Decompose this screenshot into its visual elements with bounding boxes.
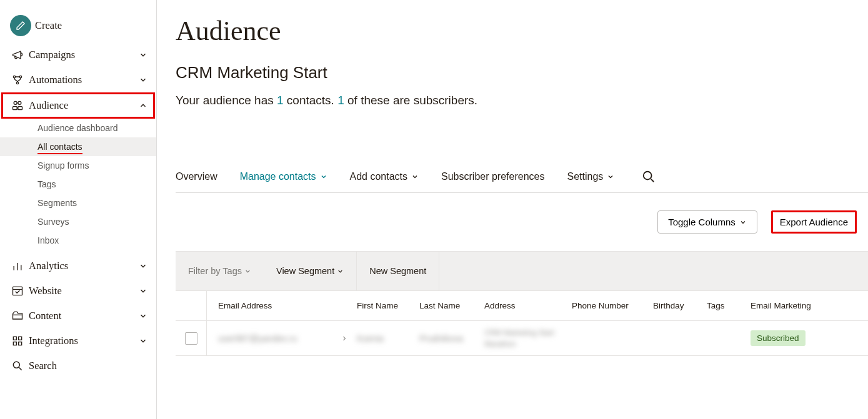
svg-point-0 [13, 76, 15, 77]
sidebar: Create Campaigns Automations Audience Au… [0, 0, 157, 419]
chevron-down-icon [139, 76, 147, 84]
tab-overview[interactable]: Overview [176, 171, 217, 191]
header-phone[interactable]: Phone Number [572, 301, 653, 310]
main-content: Audience CRM Marketing Start Your audien… [157, 0, 868, 419]
search-button[interactable] [642, 170, 656, 192]
svg-point-19 [644, 172, 652, 180]
toolbar: Toggle Columns Export Audience [176, 193, 868, 251]
sidebar-item-label: Campaigns [29, 49, 139, 61]
megaphone-icon [11, 49, 29, 61]
chevron-down-icon [139, 287, 147, 295]
row-checkbox[interactable] [185, 332, 197, 345]
create-button[interactable]: Create [0, 9, 156, 42]
audience-submenu: Audience dashboard All contacts Signup f… [0, 119, 156, 254]
sidebar-subitem-tags[interactable]: Tags [0, 175, 156, 194]
header-email[interactable]: Email Address [207, 301, 357, 310]
chevron-down-icon [139, 51, 147, 59]
svg-point-3 [14, 101, 17, 104]
toggle-columns-button[interactable]: Toggle Columns [657, 210, 757, 234]
pencil-icon [10, 15, 31, 36]
chevron-right-icon [341, 335, 348, 342]
sidebar-item-content[interactable]: Content [0, 303, 156, 328]
chevron-up-icon [139, 101, 147, 110]
table-row[interactable]: user987@yandex.ru Ksenia Prudnikova CRM … [176, 321, 868, 356]
svg-rect-5 [13, 107, 17, 110]
chevron-down-icon [244, 268, 251, 275]
svg-point-1 [19, 76, 21, 77]
contacts-table: Email Address First Name Last Name Addre… [176, 291, 868, 356]
sidebar-item-label: Analytics [29, 260, 139, 272]
svg-point-2 [16, 82, 18, 84]
cell-address: CRM Marketing Start Marathon [484, 328, 554, 348]
subscribers-count: 1 [337, 94, 344, 107]
sidebar-item-campaigns[interactable]: Campaigns [0, 42, 156, 67]
svg-rect-14 [19, 337, 22, 340]
header-birthday[interactable]: Birthday [653, 301, 707, 310]
sidebar-item-label: Content [29, 310, 139, 322]
chevron-down-icon [139, 312, 147, 320]
tab-subscriber-preferences[interactable]: Subscriber preferences [441, 171, 544, 191]
chevron-down-icon [139, 262, 147, 270]
sidebar-item-label: Audience [29, 99, 139, 112]
header-last-name[interactable]: Last Name [419, 301, 484, 310]
status-badge: Subscribed [751, 330, 806, 346]
svg-line-20 [651, 179, 654, 182]
tab-add-contacts[interactable]: Add contacts [350, 171, 419, 191]
grid-icon [11, 335, 29, 347]
sidebar-subitem-all-contacts[interactable]: All contacts [0, 137, 156, 156]
sidebar-item-label: Search [29, 360, 147, 372]
page-title: Audience [176, 15, 868, 47]
cell-email: user987@yandex.ru [218, 333, 297, 343]
svg-rect-13 [13, 337, 16, 340]
flow-icon [11, 74, 29, 86]
sidebar-item-search[interactable]: Search [0, 353, 156, 378]
chevron-down-icon [320, 173, 327, 180]
header-address[interactable]: Address [484, 301, 572, 310]
sidebar-item-label: Automations [29, 74, 139, 86]
sidebar-subitem-inbox[interactable]: Inbox [0, 231, 156, 250]
create-label: Create [35, 19, 147, 32]
sidebar-subitem-segments[interactable]: Segments [0, 194, 156, 212]
table-header-row: Email Address First Name Last Name Addre… [176, 291, 868, 321]
header-first-name[interactable]: First Name [357, 301, 419, 310]
sidebar-item-automations[interactable]: Automations [0, 67, 156, 92]
sidebar-subitem-signup-forms[interactable]: Signup forms [0, 156, 156, 175]
tab-bar: Overview Manage contacts Add contacts Su… [176, 170, 868, 193]
sidebar-subitem-dashboard[interactable]: Audience dashboard [0, 119, 156, 137]
export-audience-button[interactable]: Export Audience [774, 213, 854, 231]
cell-last-name: Prudnikova [419, 333, 463, 343]
contacts-count: 1 [277, 94, 284, 107]
tab-settings[interactable]: Settings [567, 171, 614, 191]
svg-rect-15 [13, 342, 16, 345]
svg-rect-10 [13, 287, 22, 295]
header-tags[interactable]: Tags [707, 301, 751, 310]
view-segment[interactable]: View Segment [264, 252, 356, 290]
chevron-down-icon [607, 173, 614, 180]
tab-manage-contacts[interactable]: Manage contacts [240, 171, 327, 191]
svg-rect-16 [19, 342, 22, 345]
svg-rect-6 [18, 107, 22, 110]
chevron-down-icon [411, 173, 419, 180]
cell-first-name: Ksenia [357, 333, 384, 343]
svg-point-4 [18, 101, 21, 104]
sidebar-item-integrations[interactable]: Integrations [0, 328, 156, 353]
sidebar-item-label: Website [29, 285, 139, 297]
sidebar-item-label: Integrations [29, 335, 139, 347]
chevron-down-icon [139, 337, 147, 345]
svg-point-17 [13, 362, 19, 368]
header-email-marketing[interactable]: Email Marketing [751, 301, 868, 310]
audience-icon [11, 99, 29, 112]
audience-name: CRM Marketing Start [176, 63, 868, 82]
filter-by-tags[interactable]: Filter by Tags [176, 252, 264, 290]
sidebar-item-website[interactable]: Website [0, 279, 156, 303]
svg-line-18 [19, 368, 22, 370]
chart-icon [11, 260, 29, 272]
sidebar-item-audience[interactable]: Audience [1, 92, 155, 119]
export-highlight: Export Audience [771, 210, 857, 234]
search-icon [642, 170, 656, 184]
sidebar-item-analytics[interactable]: Analytics [0, 254, 156, 279]
search-icon [11, 360, 29, 372]
new-segment-button[interactable]: New Segment [356, 252, 439, 290]
folder-icon [11, 310, 29, 322]
sidebar-subitem-surveys[interactable]: Surveys [0, 212, 156, 231]
